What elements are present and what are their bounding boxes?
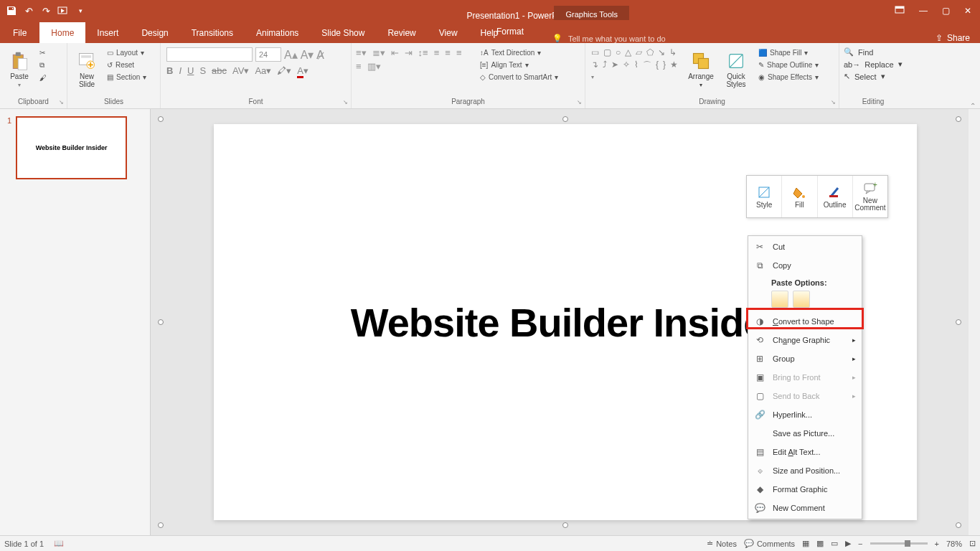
tab-view[interactable]: View (428, 23, 469, 43)
shadow-button[interactable]: S (199, 65, 206, 76)
drawing-launcher-icon[interactable]: ↘ (831, 99, 836, 105)
change-case-button[interactable]: Aa▾ (255, 65, 271, 76)
decrease-indent-button[interactable]: ⇤ (391, 47, 399, 58)
new-slide-button[interactable]: New Slide (72, 46, 102, 93)
mini-new-comment-button[interactable]: +New Comment (853, 176, 887, 217)
zoom-out-button[interactable]: − (858, 540, 862, 548)
zoom-level[interactable]: 78% (946, 540, 962, 548)
selection-handle[interactable] (956, 116, 961, 122)
save-icon[interactable] (6, 5, 17, 17)
tab-transitions[interactable]: Transitions (180, 23, 245, 43)
cut-button[interactable]: ✂ (35, 47, 51, 58)
selection-handle[interactable] (158, 522, 164, 528)
decrease-font-icon[interactable]: A▾ (301, 48, 314, 62)
section-button[interactable]: ▤ Section ▾ (103, 72, 151, 83)
clear-formatting-icon[interactable]: A̷ (316, 48, 324, 62)
cm-new-comment[interactable]: 💬New Comment (748, 499, 862, 517)
font-size-input[interactable] (255, 47, 281, 62)
selection-handle[interactable] (562, 522, 568, 528)
cm-convert-to-shape[interactable]: ◑CConvert to Shapeonvert to Shape (748, 312, 862, 331)
cm-copy[interactable]: ⧉Copy (748, 256, 862, 275)
tab-format[interactable]: Format (481, 22, 540, 42)
paragraph-launcher-icon[interactable]: ↘ (577, 99, 582, 105)
font-launcher-icon[interactable]: ↘ (343, 99, 348, 105)
align-left-button[interactable]: ≡ (434, 47, 440, 58)
format-painter-button[interactable]: 🖌 (35, 72, 51, 83)
reset-button[interactable]: ↺ Reset (103, 60, 151, 70)
cm-format-graphic[interactable]: ◆Format Graphic (748, 480, 862, 499)
convert-smartart-button[interactable]: ◇ Convert to SmartArt ▾ (476, 72, 562, 83)
selection-handle[interactable] (562, 116, 568, 122)
normal-view-button[interactable]: ▦ (802, 539, 809, 548)
selection-handle[interactable] (956, 522, 961, 528)
selection-handle[interactable] (956, 319, 961, 325)
tab-file[interactable]: File (0, 23, 39, 43)
cm-group[interactable]: ⊞Group▸ (748, 349, 862, 368)
spellcheck-button[interactable]: 📖 (54, 539, 64, 548)
cm-send-to-back[interactable]: ▢Send to Back▸ (748, 387, 862, 405)
arrange-button[interactable]: Arrange▾ (684, 46, 718, 93)
justify-button[interactable]: ≡ (356, 61, 362, 72)
increase-font-icon[interactable]: A▴ (284, 48, 298, 62)
zoom-slider[interactable] (870, 542, 928, 545)
shape-outline-button[interactable]: ✎ Shape Outline ▾ (754, 60, 823, 70)
highlight-button[interactable]: 🖍▾ (277, 65, 291, 76)
cm-hyperlink[interactable]: 🔗Hyperlink... (748, 405, 862, 424)
increase-indent-button[interactable]: ⇥ (405, 47, 413, 58)
notes-button[interactable]: ≐ Notes (707, 539, 737, 548)
comments-button[interactable]: 💬 Comments (744, 539, 795, 548)
cm-save-as-picture[interactable]: Save as Picture... (748, 424, 862, 443)
slide-sorter-button[interactable]: ▩ (816, 539, 824, 548)
tab-insert[interactable]: Insert (85, 23, 130, 43)
clipboard-launcher-icon[interactable]: ↘ (59, 99, 64, 105)
fit-to-window-button[interactable]: ⊡ (969, 539, 976, 548)
vertical-scrollbar[interactable] (969, 109, 980, 535)
italic-button[interactable]: I (179, 65, 182, 76)
tab-review[interactable]: Review (376, 23, 427, 43)
qat-customize-icon[interactable]: ▾ (75, 5, 86, 17)
underline-button[interactable]: U (187, 65, 194, 76)
columns-button[interactable]: ▥▾ (367, 61, 381, 72)
select-button[interactable]: ↖ Select ▾ (844, 72, 903, 81)
bullets-button[interactable]: ≡▾ (356, 47, 367, 58)
tab-animations[interactable]: Animations (245, 23, 310, 43)
mini-fill-button[interactable]: Fill (782, 176, 817, 217)
line-spacing-button[interactable]: ↕≡ (418, 47, 428, 58)
text-direction-button[interactable]: ↕A Text Direction ▾ (476, 47, 562, 58)
cm-change-graphic[interactable]: ⟲Change Graphic▸ (748, 331, 862, 349)
ribbon-options-icon[interactable] (895, 6, 905, 17)
mini-outline-button[interactable]: Outline (818, 176, 853, 217)
quick-styles-button[interactable]: Quick Styles (719, 46, 753, 93)
align-center-button[interactable]: ≡ (445, 47, 451, 58)
cm-bring-to-front[interactable]: ▣Bring to Front▸ (748, 368, 862, 387)
find-button[interactable]: 🔍 Find (844, 47, 903, 57)
paste-option-picture[interactable] (793, 291, 810, 308)
cm-size-position[interactable]: ⟐Size and Position... (748, 461, 862, 480)
shapes-gallery[interactable]: ▭▢○△▱⬠ ↘↳↴⤴➤✧ ⌇⌒{}★▾ (590, 46, 683, 82)
close-icon[interactable]: ✕ (964, 6, 971, 17)
paste-option-use-destination[interactable] (771, 291, 788, 308)
tab-home[interactable]: Home (39, 22, 85, 43)
minimize-icon[interactable]: — (919, 6, 928, 17)
slide-graphic-text[interactable]: Website Builder Insider (351, 299, 780, 346)
reading-view-button[interactable]: ▭ (831, 539, 838, 548)
cm-cut[interactable]: ✂Cut (748, 237, 862, 256)
undo-icon[interactable]: ↶ (23, 5, 34, 17)
slideshow-view-button[interactable]: ▶ (845, 539, 851, 548)
cm-edit-alt-text[interactable]: ▤Edit Alt Text... (748, 443, 862, 461)
character-spacing-button[interactable]: AV▾ (232, 65, 249, 76)
shape-effects-button[interactable]: ◉ Shape Effects ▾ (754, 72, 823, 83)
shape-fill-button[interactable]: 🟦 Shape Fill ▾ (754, 47, 823, 58)
redo-icon[interactable]: ↷ (40, 5, 52, 17)
tell-me-search[interactable]: 💡 Tell me what you want to do (552, 34, 666, 43)
paste-button[interactable]: Paste ▾ (4, 46, 34, 93)
selection-handle[interactable] (158, 319, 164, 325)
copy-button[interactable]: ⧉ (35, 60, 51, 71)
bold-button[interactable]: B (166, 65, 173, 76)
maximize-icon[interactable]: ▢ (942, 6, 950, 17)
start-from-beginning-icon[interactable] (57, 5, 69, 17)
font-name-input[interactable] (166, 47, 253, 62)
zoom-in-button[interactable]: + (935, 540, 939, 548)
share-button[interactable]: ⇪ Share (936, 33, 970, 43)
numbering-button[interactable]: ≣▾ (372, 47, 385, 58)
